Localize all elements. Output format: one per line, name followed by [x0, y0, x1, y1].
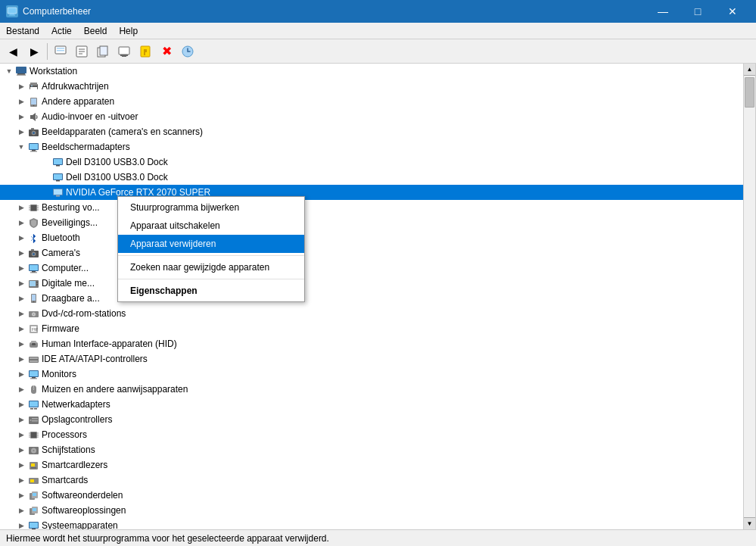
- menu-beeld[interactable]: Beeld: [78, 23, 114, 39]
- expand-12[interactable]: ▶: [15, 262, 27, 274]
- tree-item-26[interactable]: ▶ Smartcards: [0, 473, 755, 488]
- scroll-down-button[interactable]: ▼: [744, 517, 755, 529]
- tree-item-15[interactable]: ▶ Dvd-/cd-rom-stations: [0, 306, 755, 321]
- expand-25[interactable]: ▶: [15, 459, 27, 471]
- tree-item-19[interactable]: ▶ Monitors: [0, 367, 755, 382]
- expand-4[interactable]: ▼: [15, 141, 27, 153]
- tree-item-28[interactable]: ▶ Softwareoplossingen: [0, 503, 755, 518]
- expand-11[interactable]: ▶: [15, 247, 27, 259]
- scroll-up-button[interactable]: ▲: [744, 64, 755, 76]
- svg-rect-46: [31, 205, 36, 211]
- expand-21[interactable]: ▶: [15, 398, 27, 410]
- toolbar-btn-7[interactable]: [135, 42, 155, 61]
- context-menu-update-driver[interactable]: Stuurprogramma bijwerken: [118, 198, 304, 217]
- minimize-button[interactable]: —: [646, 0, 680, 23]
- expand-3[interactable]: ▶: [15, 126, 27, 138]
- window-title: Computerbeheer: [23, 6, 91, 17]
- tree-item-7[interactable]: NVIDIA GeForce RTX 2070 SUPER: [0, 185, 755, 200]
- tree-item-20[interactable]: ▶ Muizen en andere aanwijsapparaten: [0, 382, 755, 397]
- context-menu-scan-changes[interactable]: Zoeken naar gewijzigde apparaten: [118, 258, 304, 276]
- app-icon: [6, 5, 18, 17]
- expand-13[interactable]: ▶: [15, 277, 27, 289]
- svg-rect-76: [32, 343, 36, 345]
- expand-22[interactable]: ▶: [15, 413, 27, 426]
- svg-rect-78: [30, 357, 38, 359]
- expand-16[interactable]: ▶: [15, 323, 27, 335]
- tree-item-17[interactable]: ▶ Human Interface-apparaten (HID): [0, 336, 755, 351]
- tree-label-26: Smartcards: [42, 475, 88, 485]
- expand-8[interactable]: ▶: [15, 201, 27, 214]
- expand-29[interactable]: ▶: [15, 519, 27, 529]
- tree-item-6[interactable]: Dell D3100 USB3.0 Dock: [0, 170, 755, 185]
- tree-item-13[interactable]: ▶ Digitale me...: [0, 276, 755, 291]
- context-menu-properties[interactable]: Eigenschappen: [118, 282, 304, 300]
- computer-icon: [27, 262, 39, 274]
- toolbar-btn-6[interactable]: [114, 42, 134, 61]
- tree-item-24[interactable]: ▶ Schijfstations: [0, 442, 755, 457]
- expand-bt[interactable]: ▶: [15, 232, 27, 244]
- tree-item-25[interactable]: ▶ Smartcardlezers: [0, 457, 755, 473]
- expand-24[interactable]: ▶: [15, 444, 27, 456]
- tree-item-1[interactable]: ▶ Andere apparaten: [0, 94, 755, 109]
- toolbar-btn-4[interactable]: [72, 42, 92, 61]
- tree-item-5[interactable]: Dell D3100 USB3.0 Dock: [0, 154, 755, 170]
- expand-26[interactable]: ▶: [15, 474, 27, 486]
- menu-help[interactable]: Help: [113, 23, 144, 39]
- expand-18[interactable]: ▶: [15, 353, 27, 365]
- toolbar-btn-delete[interactable]: ✖: [157, 42, 176, 61]
- expand-0[interactable]: ▶: [15, 80, 27, 92]
- tree-item-12[interactable]: ▶ Computer...: [0, 261, 755, 276]
- menu-bestand[interactable]: Bestand: [0, 23, 45, 39]
- tree-root[interactable]: ▼ Workstation: [0, 64, 755, 79]
- menu-actie[interactable]: Actie: [45, 23, 78, 39]
- tree-item-29[interactable]: ▶ Systeemapparaten: [0, 518, 755, 529]
- context-menu-disable-device[interactable]: Apparaat uitschakelen: [118, 217, 304, 235]
- svg-point-26: [33, 105, 34, 106]
- expand-17[interactable]: ▶: [15, 338, 27, 350]
- expand-23[interactable]: ▶: [15, 429, 27, 441]
- tree-item-21[interactable]: ▶ Netwerkadapters: [0, 397, 755, 412]
- expand-28[interactable]: ▶: [15, 504, 27, 516]
- expand-9[interactable]: ▶: [15, 217, 27, 229]
- toolbar-btn-9[interactable]: [178, 42, 198, 61]
- tree-item-8[interactable]: ▶ Besturing vo...: [0, 200, 755, 215]
- toolbar-btn-5[interactable]: [93, 42, 113, 61]
- scroll-track[interactable]: [744, 76, 755, 517]
- expand-20[interactable]: ▶: [15, 383, 27, 395]
- scrollbar[interactable]: ▲ ▼: [743, 64, 755, 529]
- svg-rect-0: [8, 8, 17, 14]
- expand-14[interactable]: ▶: [15, 292, 27, 304]
- tree-label-23: Processors: [42, 429, 87, 440]
- close-button[interactable]: ✕: [715, 0, 750, 23]
- forward-button[interactable]: ▶: [24, 42, 44, 61]
- tree-item-4[interactable]: ▼ Beeldschermadapters: [0, 139, 755, 154]
- tree-label-4: Beeldschermadapters: [42, 142, 130, 152]
- expand-27[interactable]: ▶: [15, 489, 27, 501]
- tree-item-9[interactable]: ▶ Beveiligings...: [0, 215, 755, 230]
- context-menu-remove-device[interactable]: Apparaat verwijderen: [118, 235, 304, 253]
- tree-item-27[interactable]: ▶ Softwareonderdelen: [0, 488, 755, 503]
- tree-item-14[interactable]: ▶ Draagbare a...: [0, 291, 755, 306]
- expand-root[interactable]: ▼: [3, 65, 15, 77]
- maximize-button[interactable]: □: [680, 0, 715, 23]
- expand-19[interactable]: ▶: [15, 368, 27, 380]
- toolbar-btn-3[interactable]: [51, 42, 70, 61]
- tree-label-14: Draagbare a...: [42, 293, 100, 304]
- back-button[interactable]: ◀: [3, 42, 23, 61]
- expand-15[interactable]: ▶: [15, 307, 27, 320]
- tree-item-22[interactable]: ▶ Opslagcontrollers: [0, 412, 755, 427]
- tree-item-11[interactable]: ▶ Camera's: [0, 245, 755, 261]
- expand-1[interactable]: ▶: [15, 95, 27, 108]
- tree-item-3[interactable]: ▶ Beeldapparaten (camera's en scanners): [0, 124, 755, 139]
- expand-2[interactable]: ▶: [15, 111, 27, 123]
- tree-item-bluetooth[interactable]: ▶ Bluetooth: [0, 230, 755, 245]
- tree-item-2[interactable]: ▶ Audio-invoer en -uitvoer: [0, 109, 755, 124]
- tree-item-23[interactable]: ▶ Processors: [0, 427, 755, 442]
- svg-rect-31: [31, 128, 34, 130]
- tree-item-18[interactable]: ▶ IDE ATA/ATAPI-controllers: [0, 351, 755, 367]
- tree-item-16[interactable]: ▶ FW Firmware: [0, 321, 755, 336]
- tree-item-0[interactable]: ▶ Afdrukwachtrijen: [0, 79, 755, 94]
- scroll-thumb[interactable]: [745, 77, 754, 108]
- tree-label-6: Dell D3100 USB3.0 Dock: [66, 172, 168, 183]
- tree-panel[interactable]: ▼ Workstation ▶ Afdr: [0, 64, 756, 529]
